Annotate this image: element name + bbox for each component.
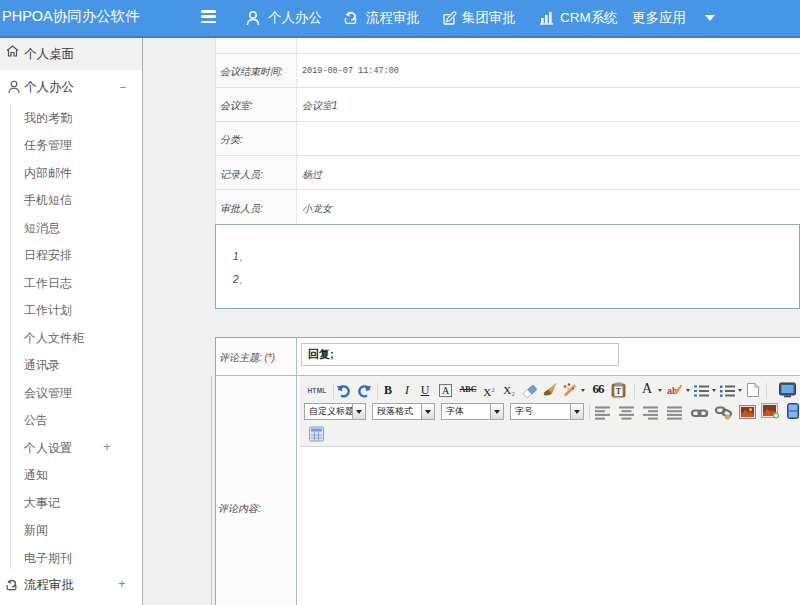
- svg-text:T: T: [616, 387, 622, 396]
